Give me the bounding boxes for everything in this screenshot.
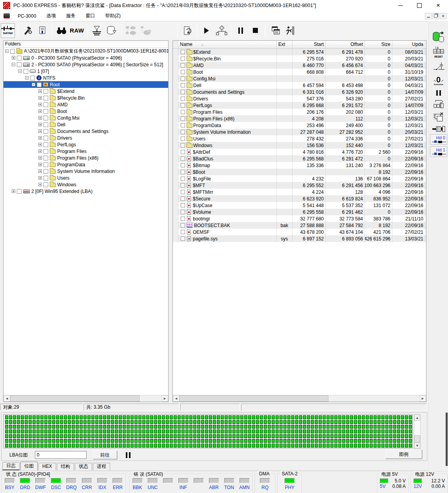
checkbox[interactable]: [181, 236, 185, 241]
file-row[interactable]: $Recycle.Bin275 016270 920020/03/21: [173, 55, 426, 62]
checkbox[interactable]: [181, 83, 185, 87]
checkbox[interactable]: [17, 56, 22, 60]
expand-icon[interactable]: +: [38, 183, 42, 186]
collapse-icon[interactable]: −: [18, 69, 22, 73]
tree-item[interactable]: +0 - PC3000 SATA0 (PhysicalSector = 4096…: [4, 55, 168, 61]
expand-icon[interactable]: +: [38, 143, 42, 146]
connector-button[interactable]: [430, 126, 447, 133]
goto-button[interactable]: 前往: [93, 451, 117, 459]
expand-icon[interactable]: +: [12, 189, 15, 193]
checkbox[interactable]: [44, 182, 48, 187]
lba-bitmap-grid[interactable]: [4, 414, 413, 448]
checkbox[interactable]: [181, 203, 185, 207]
expand-icon[interactable]: +: [38, 163, 42, 166]
scrollbar-thumb[interactable]: [180, 395, 328, 402]
close-button[interactable]: ×: [435, 2, 442, 9]
bitmap-vertical-scrollbar[interactable]: ▲ ▼: [414, 414, 421, 449]
collapse-icon[interactable]: −: [25, 76, 29, 80]
tree-item[interactable]: +Program Files: [4, 148, 168, 155]
start-button[interactable]: [200, 23, 213, 38]
checkbox[interactable]: [181, 116, 185, 121]
expand-icon[interactable]: +: [38, 156, 42, 160]
tab-状态[interactable]: 状态: [75, 463, 92, 470]
scroll-left-icon[interactable]: ◄: [4, 395, 10, 402]
file-row[interactable]: Program Files206 176202 080012/03/21: [173, 109, 426, 115]
checkbox[interactable]: [44, 156, 48, 160]
checkbox[interactable]: [181, 170, 185, 174]
tree-item[interactable]: +Config.Msi: [4, 115, 168, 121]
column-header-start[interactable]: Start: [292, 41, 326, 48]
checkbox[interactable]: [181, 130, 185, 134]
raw-recovery-button[interactable]: RAW: [70, 23, 84, 38]
file-row[interactable]: $Volume6 295 5586 291 462022/09/16: [173, 209, 426, 215]
tree-item[interactable]: −RRoot: [4, 81, 168, 88]
tab-hex[interactable]: HEX: [38, 463, 56, 470]
stop-button[interactable]: [249, 23, 262, 38]
scroll-right-icon[interactable]: ►: [161, 395, 168, 402]
tree-item[interactable]: −2 - PC3000 SATA0 (PhysicalSector = 4096…: [4, 61, 168, 68]
checkbox[interactable]: [181, 143, 185, 147]
lba-input[interactable]: [35, 452, 98, 458]
tree-item[interactable]: +ProgramData: [4, 161, 168, 168]
tab-位图[interactable]: 位图: [20, 462, 38, 470]
close-copies-button[interactable]: [430, 112, 447, 123]
scroll-right-icon[interactable]: ►: [419, 395, 426, 402]
checkbox[interactable]: [181, 190, 185, 194]
scroll-left-icon[interactable]: ◄: [173, 395, 180, 402]
checkbox[interactable]: [44, 142, 48, 147]
column-header-upda[interactable]: Upda: [392, 41, 425, 48]
collapse-icon[interactable]: −: [12, 63, 15, 66]
tree-item[interactable]: +Boot: [4, 108, 168, 115]
mdi-restore-button[interactable]: [432, 13, 439, 19]
file-row[interactable]: $BadClus6 295 5686 291 472022/09/16: [173, 155, 426, 162]
checkbox[interactable]: [44, 162, 48, 167]
expand-icon[interactable]: +: [38, 176, 42, 180]
column-header-size[interactable]: Size: [365, 41, 392, 48]
drive-database-button[interactable]: [430, 31, 447, 43]
collapse-icon[interactable]: −: [32, 83, 35, 86]
tree-item[interactable]: +Program Files (x86): [4, 155, 168, 161]
expand-icon[interactable]: +: [12, 56, 15, 60]
expand-icon[interactable]: +: [38, 169, 42, 173]
database-button[interactable]: [105, 23, 118, 38]
menu-service[interactable]: 服务: [62, 11, 79, 20]
file-row[interactable]: $UpCase5 541 4485 537 352131 07222/09/16: [173, 202, 426, 209]
file-row[interactable]: $MFT6 295 5526 291 456100 663 29622/09/1…: [173, 182, 426, 189]
checkbox[interactable]: [181, 50, 185, 54]
checkbox[interactable]: [181, 176, 185, 181]
checkbox[interactable]: [181, 70, 185, 74]
checkbox[interactable]: [181, 156, 185, 161]
file-row[interactable]: $Extend6 295 5746 291 478008/03/21: [173, 49, 426, 55]
checkbox[interactable]: [181, 110, 185, 114]
checkbox[interactable]: [181, 196, 185, 201]
checkbox[interactable]: [10, 49, 15, 54]
power-control-button[interactable]: [430, 61, 447, 73]
checkbox[interactable]: [181, 183, 185, 187]
checkbox[interactable]: [181, 216, 185, 221]
list-horizontal-scrollbar[interactable]: ◄ ►: [173, 395, 426, 402]
file-row[interactable]: PerfLogs6 295 6686 291 572014/07/09: [173, 102, 426, 109]
checkbox[interactable]: [44, 116, 48, 120]
expand-icon[interactable]: +: [38, 89, 42, 93]
reset-counter-button[interactable]: 1000 RESET: [430, 46, 447, 58]
tree-item[interactable]: +Users: [4, 175, 168, 181]
expand-icon[interactable]: +: [38, 149, 42, 153]
pause-task-button[interactable]: [430, 90, 447, 96]
checkbox[interactable]: [44, 102, 48, 107]
checkbox[interactable]: [181, 76, 185, 81]
scroll-up-icon[interactable]: ▲: [414, 415, 420, 421]
scroll-down-icon[interactable]: ▼: [414, 442, 420, 449]
registers-button[interactable]: [430, 99, 447, 109]
checkbox[interactable]: [44, 136, 48, 140]
tree-item[interactable]: +AMD: [4, 101, 168, 108]
tree-item[interactable]: +System Volume Information: [4, 168, 168, 175]
checkbox[interactable]: [181, 163, 185, 167]
file-row[interactable]: $Secure6 623 9206 619 824836 95222/09/16: [173, 195, 426, 202]
hd1-button[interactable]: Hd 1: [430, 146, 447, 157]
file-row[interactable]: ProgramData253 496249 400012/03/21: [173, 122, 426, 129]
checkbox[interactable]: [44, 176, 48, 180]
menu-window[interactable]: 窗口: [82, 11, 99, 20]
expand-icon[interactable]: +: [38, 129, 42, 133]
checkbox[interactable]: [44, 129, 48, 134]
scrollbar-track[interactable]: [414, 421, 420, 435]
